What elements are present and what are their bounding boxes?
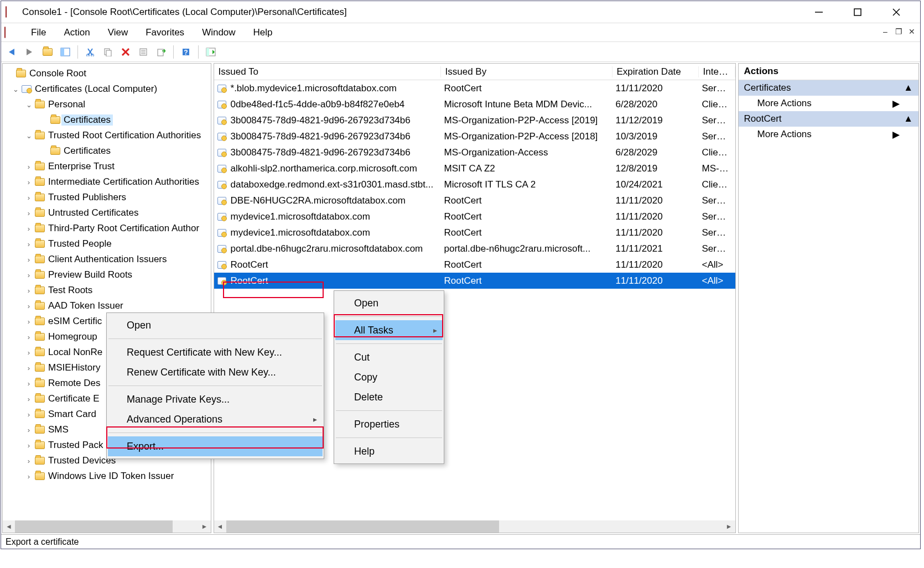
actions-more-1[interactable]: More Actions▶ <box>739 96 918 111</box>
cell-intended: Client A <box>698 179 734 190</box>
cert-row[interactable]: DBE-N6HUGC2RA.microsoftdatabox.comRootCe… <box>214 192 735 209</box>
cell-issued-by: RootCert <box>440 259 611 270</box>
col-issued-to[interactable]: Issued To <box>214 66 441 77</box>
cert-row[interactable]: 3b008475-78d9-4821-9d96-267923d734b6MS-O… <box>214 144 735 160</box>
col-expiration[interactable]: Expiration Date <box>612 66 699 77</box>
minimize-button[interactable] <box>805 3 833 21</box>
menu-help[interactable]: Help <box>246 25 281 40</box>
cert-icon <box>214 229 226 237</box>
cert-row[interactable]: mydevice1.microsoftdatabox.comRootCert11… <box>214 225 735 241</box>
tree-item[interactable]: ›Intermediate Certification Authorities <box>3 174 211 190</box>
svg-rect-5 <box>61 48 64 56</box>
cert-row[interactable]: 0dbe48ed-f1c5-4dde-a0b9-b84f827e0eb4Micr… <box>214 96 735 112</box>
maximize-button[interactable] <box>844 3 871 21</box>
ctx-sub-export[interactable]: Export... <box>108 436 323 456</box>
cell-issued-by: Microsoft IT TLS CA 2 <box>440 179 611 190</box>
ctx-copy[interactable]: Copy <box>335 367 443 387</box>
menu-view[interactable]: View <box>100 25 136 40</box>
cell-issued-by: RootCert <box>440 83 611 94</box>
tree-item[interactable]: ›Enterprise Trust <box>3 159 211 174</box>
menu-window[interactable]: Window <box>194 25 243 40</box>
cell-expiration: 11/11/2021 <box>611 243 698 254</box>
tree-item[interactable]: ›Untrusted Certificates <box>3 205 211 221</box>
cert-icon <box>214 245 226 253</box>
mdi-controls: – ❐ ✕ <box>879 25 918 38</box>
tree-pane: Console Root ⌄Certificates (Local Comput… <box>2 63 211 533</box>
cell-intended: <All> <box>698 259 734 270</box>
col-issued-by[interactable]: Issued By <box>441 66 612 77</box>
cert-row[interactable]: mydevice1.microsoftdatabox.comRootCert11… <box>214 209 735 225</box>
tree-hscrollbar[interactable]: ◄► <box>3 520 211 533</box>
cert-row[interactable]: alkohli-slp2.northamerica.corp.microsoft… <box>214 160 735 176</box>
help-button[interactable]: ? <box>178 44 194 60</box>
tree-item[interactable]: ›Preview Build Roots <box>3 267 211 283</box>
cert-row[interactable]: databoxedge.redmond.ext-s31r0301.masd.st… <box>214 176 735 192</box>
menu-action[interactable]: Action <box>56 25 97 40</box>
cell-issued-by: portal.dbe-n6hugc2raru.microsoft... <box>440 243 611 254</box>
cut-button[interactable] <box>82 44 98 60</box>
mdi-restore-button[interactable]: ❐ <box>892 25 905 38</box>
mdi-close-button[interactable]: ✕ <box>906 25 918 38</box>
tree-item[interactable]: ›Trusted Publishers <box>3 190 211 205</box>
col-intended[interactable]: Intende <box>699 66 735 77</box>
delete-button[interactable] <box>118 44 133 60</box>
copy-button[interactable] <box>100 44 116 60</box>
export-button[interactable] <box>153 44 169 60</box>
ctx-sub-manage-keys[interactable]: Manage Private Keys... <box>108 389 323 409</box>
refresh-button[interactable] <box>203 44 219 60</box>
tree-item[interactable]: ›Windows Live ID Token Issuer <box>3 468 211 484</box>
ctx-sub-advanced[interactable]: Advanced Operations <box>108 409 323 429</box>
tree-personal-certificates[interactable]: Certificates <box>3 112 211 128</box>
cert-row[interactable]: *.blob.mydevice1.microsoftdatabox.comRoo… <box>214 80 735 96</box>
cert-row[interactable]: portal.dbe-n6hugc2raru.microsoftdatabox.… <box>214 241 735 257</box>
ctx-cut[interactable]: Cut <box>335 347 443 367</box>
ctx-delete[interactable]: Delete <box>335 387 443 407</box>
close-button[interactable] <box>883 3 910 21</box>
cert-icon <box>214 277 226 285</box>
tree-trca-certificates[interactable]: Certificates <box>3 143 211 159</box>
ctx-sub-renew-newkey[interactable]: Renew Certificate with New Key... <box>108 362 323 382</box>
separator <box>108 432 322 433</box>
up-button[interactable] <box>40 44 55 60</box>
forward-button[interactable] <box>22 44 38 60</box>
tree-item[interactable]: ›Client Authentication Issuers <box>3 252 211 267</box>
actions-group-certificates[interactable]: Certificates▲ <box>739 80 918 96</box>
cert-row[interactable]: RootCertRootCert11/11/2020<All> <box>214 273 735 289</box>
cell-issued-by: RootCert <box>440 195 611 206</box>
context-menu-alltasks: Open Request Certificate with New Key...… <box>106 312 324 459</box>
show-hide-tree-button[interactable] <box>58 44 73 60</box>
properties-button[interactable] <box>136 44 151 60</box>
separator <box>108 385 322 386</box>
cert-row[interactable]: 3b008475-78d9-4821-9d96-267923d734b6MS-O… <box>214 128 735 144</box>
cert-row[interactable]: 3b008475-78d9-4821-9d96-267923d734b6MS-O… <box>214 112 735 128</box>
tree-item[interactable]: ›AAD Token Issuer <box>3 298 211 314</box>
tree-item[interactable]: ›Third-Party Root Certification Author <box>3 221 211 236</box>
ctx-open[interactable]: Open <box>335 293 443 313</box>
back-button[interactable] <box>4 44 20 60</box>
cell-expiration: 11/12/2019 <box>611 115 698 126</box>
tree-personal[interactable]: ⌄Personal <box>3 97 211 112</box>
tree-root[interactable]: Console Root <box>3 66 211 81</box>
cell-intended: Client A <box>698 99 734 110</box>
tree-snapin[interactable]: ⌄Certificates (Local Computer) <box>3 81 211 97</box>
menu-favorites[interactable]: Favorites <box>138 25 192 40</box>
tree-trca[interactable]: ⌄Trusted Root Certification Authorities <box>3 128 211 143</box>
cell-intended: <All> <box>698 275 734 286</box>
ctx-all-tasks[interactable]: All Tasks <box>335 320 443 340</box>
cell-issued-to: mydevice1.microsoftdatabox.com <box>226 211 440 222</box>
mdi-minimize-button[interactable]: – <box>879 25 891 38</box>
ctx-sub-open[interactable]: Open <box>108 315 323 335</box>
tree-item[interactable]: ›Trusted People <box>3 236 211 252</box>
actions-more-2[interactable]: More Actions▶ <box>739 127 918 142</box>
tree-item[interactable]: ›Test Roots <box>3 283 211 298</box>
ctx-properties[interactable]: Properties <box>335 414 443 434</box>
ctx-help[interactable]: Help <box>335 441 443 461</box>
ctx-sub-request-newkey[interactable]: Request Certificate with New Key... <box>108 342 323 362</box>
cell-issued-to: *.blob.mydevice1.microsoftdatabox.com <box>226 83 440 94</box>
list-hscrollbar[interactable]: ◄► <box>214 520 735 533</box>
actions-group-rootcert[interactable]: RootCert▲ <box>739 111 918 127</box>
cert-icon <box>214 213 226 221</box>
cell-issued-to: 0dbe48ed-f1c5-4dde-a0b9-b84f827e0eb4 <box>226 99 440 110</box>
cert-row[interactable]: RootCertRootCert11/11/2020<All> <box>214 257 735 273</box>
menu-file[interactable]: File <box>23 25 54 40</box>
